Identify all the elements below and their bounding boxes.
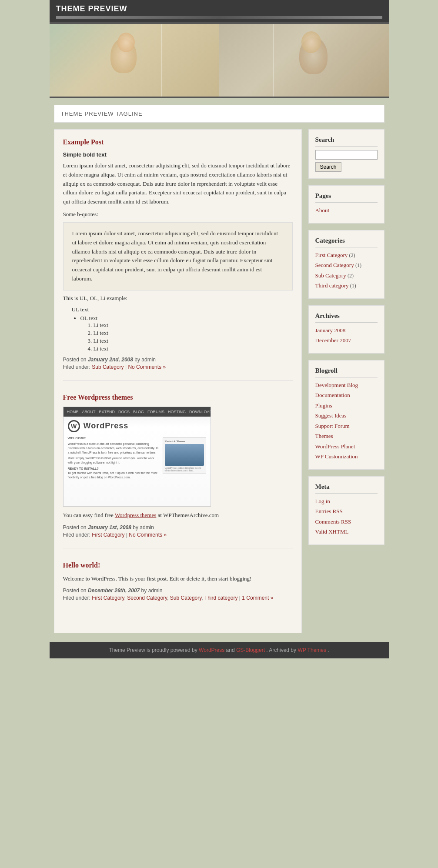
post1-title-link[interactable]: Example Post	[63, 138, 104, 146]
archive-dec2007-link[interactable]: December 2007	[315, 336, 378, 345]
post1-date: January 2nd, 2008	[88, 357, 133, 363]
footer-wp-themes-link[interactable]: WP Themes	[298, 647, 326, 653]
list-item: OL text Li text Li text Li text Li text	[80, 315, 293, 352]
post-wordpress-themes: Free Wordpress themes HOME ABOUT EXTEND …	[63, 394, 293, 548]
post1-bold: Simple bold text	[63, 151, 293, 158]
post2-body: You can easy find free Wordpress themes …	[63, 511, 293, 520]
category-link-1[interactable]: First Category (2)	[315, 251, 378, 260]
category-link-2[interactable]: Second Category (1)	[315, 261, 378, 270]
meta-widget-title: Meta	[315, 483, 378, 494]
blogroll-widget-title: Blogroll	[315, 367, 378, 377]
post1-body: Lorem ipsum dolor sit amet, consectetur …	[63, 161, 293, 207]
post2-title-link[interactable]: Free Wordpress themes	[63, 394, 133, 401]
footer-text-before: Theme Preview is proudly powered by	[109, 647, 197, 653]
post3-title-link[interactable]: Hello world!	[63, 561, 100, 569]
sidebar: Search Search Pages About Categories Fir…	[308, 129, 385, 633]
footer-kubrick-link[interactable]: GS-Bloggert	[236, 647, 265, 653]
post1-blockquote: Lorem ipsum dolor sit amet, consectetur …	[63, 222, 293, 290]
site-title: THEME PREVIEW	[56, 4, 127, 13]
post1-date-meta: Posted on January 2nd, 2008 by admin	[63, 357, 293, 363]
blogroll-link-2[interactable]: Documentation	[315, 391, 378, 400]
post3-filed-meta: Filed under: First Category, Second Cate…	[63, 595, 293, 601]
pages-widget: Pages About	[308, 185, 385, 224]
post3-cat2-link[interactable]: Second Category	[127, 595, 167, 601]
meta-valid-xhtml-link[interactable]: Valid XHTML	[315, 527, 378, 536]
blogroll-link-3[interactable]: Plugins	[315, 401, 378, 410]
categories-widget-title: Categories	[315, 237, 378, 247]
footer-wp-link[interactable]: WordPress	[199, 647, 224, 653]
main-content: Example Post Simple bold text Lorem ipsu…	[54, 129, 302, 633]
header-bar	[56, 16, 382, 19]
post3-comments-link[interactable]: 1 Comment »	[242, 595, 273, 601]
list-item: Li text	[94, 330, 293, 337]
list-item: Li text	[94, 345, 293, 352]
post1-comments-link[interactable]: No Comments »	[128, 364, 166, 370]
post2-filed-meta: Filed under: First Category | No Comment…	[63, 532, 293, 538]
footer-text-end: . Archived by	[266, 647, 296, 653]
search-widget: Search Search	[308, 129, 385, 179]
post2-comments-link[interactable]: No Comments »	[129, 532, 167, 538]
archives-widget: Archives January 2008 December 2007	[308, 305, 385, 354]
footer-period: .	[328, 647, 329, 653]
post3-body: Welcome to WordPress. This is your first…	[63, 574, 293, 584]
blogroll-widget: Blogroll Development Blog Documentation …	[308, 360, 385, 470]
archives-widget-title: Archives	[315, 312, 378, 323]
post2-title[interactable]: Free Wordpress themes	[63, 394, 293, 401]
post1-category-link[interactable]: Sub Category	[92, 364, 124, 370]
tagline-text: THEME PREVIEW TAGLINE	[61, 110, 143, 117]
wordpress-themes-link[interactable]: Wordpress themes	[115, 512, 156, 518]
wp-nav-bar: HOME ABOUT EXTEND DOCS BLOG FORUMS HOSTI…	[64, 407, 211, 417]
blogroll-link-6[interactable]: Themes	[315, 432, 378, 441]
page-about-link[interactable]: About	[315, 206, 378, 215]
wp-logo-text: WordPress	[84, 421, 129, 431]
wordpress-screenshot: HOME ABOUT EXTEND DOCS BLOG FORUMS HOSTI…	[63, 407, 211, 507]
blogroll-link-8[interactable]: WP Customization	[315, 452, 378, 461]
post2-date: January 1st, 2008	[88, 524, 131, 531]
search-button[interactable]: Search	[315, 162, 341, 172]
category-link-3[interactable]: Sub Category (2)	[315, 271, 378, 280]
post3-cat4-link[interactable]: Third category	[204, 595, 238, 601]
search-input[interactable]	[315, 150, 378, 160]
wp-right-column: Kubrick Theme WordPress's admin interfac…	[163, 436, 206, 504]
post-example: Example Post Simple bold text Lorem ipsu…	[63, 138, 293, 381]
ul-list: OL text Li text Li text Li text Li text	[80, 315, 293, 352]
ol-list: Li text Li text Li text Li text	[94, 322, 293, 352]
category-link-4[interactable]: Third category (1)	[315, 281, 378, 290]
post2-date-meta: Posted on January 1st, 2008 by admin	[63, 524, 293, 531]
post3-title[interactable]: Hello world!	[63, 561, 293, 569]
ul-label: UL text	[72, 306, 293, 313]
search-widget-title: Search	[315, 136, 378, 147]
list-item: Li text	[94, 322, 293, 329]
meta-comments-rss-link[interactable]: Comments RSS	[315, 517, 378, 526]
post-hello-world: Hello world! Welcome to WordPress. This …	[63, 561, 293, 611]
archive-jan2008-link[interactable]: January 2008	[315, 326, 378, 335]
blogroll-link-7[interactable]: WordPress Planet	[315, 442, 378, 451]
post3-date-meta: Posted on December 26th, 2007 by admin	[63, 588, 293, 594]
post1-bquote-label: Some b-quotes:	[63, 211, 293, 218]
post1-title[interactable]: Example Post	[63, 138, 293, 146]
wp-left-column: WELCOME WordPress is a state-of-the-art …	[68, 436, 159, 504]
banner-image	[50, 22, 389, 98]
categories-widget: Categories First Category (2) Second Cat…	[308, 230, 385, 299]
wp-content: WELCOME WordPress is a state-of-the-art …	[64, 434, 211, 506]
tagline-bar: THEME PREVIEW TAGLINE	[54, 105, 385, 123]
post3-cat3-link[interactable]: Sub Category	[170, 595, 202, 601]
list-item: Li text	[94, 337, 293, 344]
pages-widget-title: Pages	[315, 192, 378, 203]
post1-lists: UL text OL text Li text Li text Li text …	[72, 306, 293, 352]
blogroll-link-5[interactable]: Support Forum	[315, 422, 378, 431]
wp-logo-icon: W	[68, 420, 80, 432]
post3-cat1-link[interactable]: First Category	[92, 595, 124, 601]
meta-entries-rss-link[interactable]: Entries RSS	[315, 507, 378, 516]
blogroll-link-1[interactable]: Development Blog	[315, 381, 378, 390]
meta-login-link[interactable]: Log in	[315, 497, 378, 506]
post2-category-link[interactable]: First Category	[92, 532, 124, 538]
post1-list-label: This is UL, OL, Li example:	[63, 295, 293, 302]
ol-label: OL text	[80, 315, 98, 321]
post3-date: December 26th, 2007	[88, 588, 140, 594]
wp-logo-area: W WordPress	[64, 417, 211, 434]
blogroll-link-4[interactable]: Suggest Ideas	[315, 411, 378, 420]
footer-text-middle: and	[226, 647, 235, 653]
meta-widget: Meta Log in Entries RSS Comments RSS Val…	[308, 476, 385, 545]
post1-filed-meta: Filed under: Sub Category | No Comments …	[63, 364, 293, 370]
